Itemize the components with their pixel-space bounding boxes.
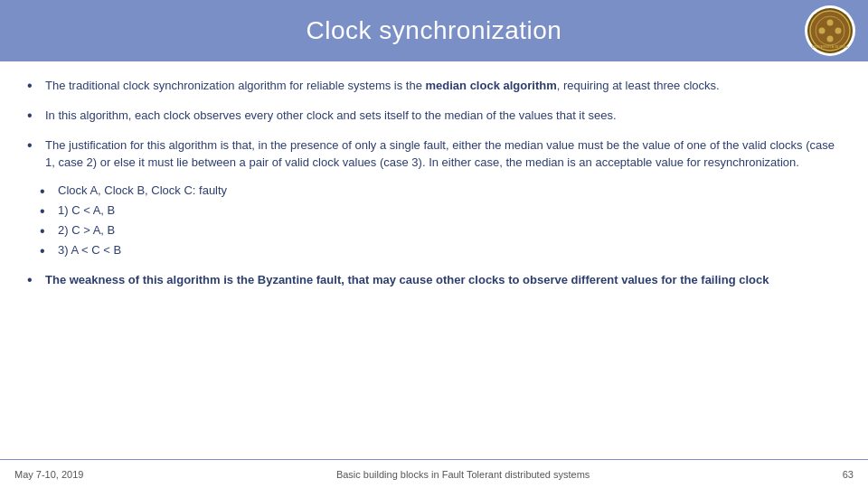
bullet-3-marker: • [27,138,40,153]
footer: May 7-10, 2019 Basic building blocks in … [0,459,868,488]
case-header-text: Clock A, Clock B, Clock C: faulty [58,183,227,197]
bullet-1-text: The traditional clock synchronization al… [45,78,720,95]
svg-point-3 [827,36,834,42]
bullet-item-4: • The weakness of this algorithm is the … [27,272,841,289]
university-logo: UNIVERSITÀ DI PISA [805,5,855,56]
bullet-item-3: • The justification for this algorithm i… [27,137,841,172]
header: Clock synchronization UNIVERSITÀ DI PISA [0,0,868,61]
bullet-4-marker: • [27,273,40,287]
case-1-row: • 1) C < A, B [40,203,841,220]
main-content: • The traditional clock synchronization … [0,61,868,311]
bullet-4-text: The weakness of this algorithm is the By… [45,272,769,289]
footer-left: May 7-10, 2019 [14,469,83,480]
logo-image: UNIVERSITÀ DI PISA [807,8,853,53]
svg-point-4 [819,28,826,34]
svg-point-5 [835,28,842,34]
footer-center: Basic building blocks in Fault Tolerant … [336,469,590,480]
case-3-row: • 3) A < C < B [40,243,841,259]
case-header-row: • Clock A, Clock B, Clock C: faulty [40,183,841,200]
case-2-bullet: • [40,223,52,239]
case-1-bullet: • [40,203,52,220]
case-2-text: 2) C > A, B [58,223,115,237]
page-title: Clock synchronization [307,16,562,45]
bullet-item-1: • The traditional clock synchronization … [27,78,841,95]
footer-page-number: 63 [843,469,854,480]
bullet-2-text: In this algorithm, each clock observes e… [45,108,617,125]
case-header-bullet: • [40,183,52,200]
bullet-3-text: The justification for this algorithm is … [45,137,841,172]
bullet-item-2: • In this algorithm, each clock observes… [27,108,841,125]
svg-point-2 [827,20,834,26]
case-2-row: • 2) C > A, B [40,223,841,239]
bullet-1-marker: • [27,79,40,93]
svg-text:UNIVERSITÀ DI PISA: UNIVERSITÀ DI PISA [812,44,848,49]
cases-section: • Clock A, Clock B, Clock C: faulty • 1)… [40,183,841,259]
case-1-text: 1) C < A, B [58,203,115,217]
case-3-text: 3) A < C < B [58,243,121,257]
case-3-bullet: • [40,243,52,259]
bullet-2-marker: • [27,108,40,123]
